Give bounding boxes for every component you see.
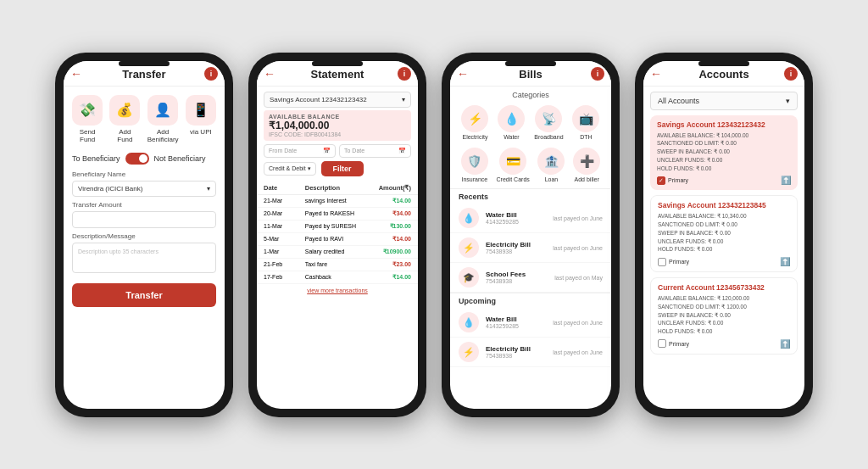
to-date-input[interactable]: To Date 📅 (339, 144, 411, 158)
row-amount: ₹14.00 (370, 198, 411, 204)
transfer-button[interactable]: Transfer (72, 283, 216, 307)
upcoming-bill-item[interactable]: ⚡ Electricity Bill 75438938 last payed o… (450, 338, 611, 367)
account-card[interactable]: Current Account 123456733432 AVAILABLE B… (650, 277, 798, 355)
date-row: From Date 📅 To Date 📅 (264, 144, 411, 158)
category-dth[interactable]: 📺 DTH (572, 105, 599, 141)
info-icon-stmt[interactable]: i (398, 67, 411, 81)
add-fund-item[interactable]: 💰 AddFund (109, 95, 140, 144)
send-fund-icon: 💸 (72, 95, 103, 126)
category-add-biller[interactable]: ➕ Add biller (573, 148, 600, 183)
row-amount: ₹34.00 (370, 210, 411, 217)
bill-num: 75438938 (486, 278, 548, 284)
category-water[interactable]: 💧 Water (498, 105, 525, 141)
beneficiary-select[interactable]: Virendra (ICICI Bank) ▾ (72, 181, 216, 197)
share-icon[interactable]: ⬆️ (780, 339, 790, 349)
account-detail-line: SANCTIONED OD LIMIT: ₹ 0.00 (658, 221, 790, 229)
table-header: Date Description Amount(₹) (257, 181, 418, 195)
share-icon[interactable]: ⬆️ (781, 176, 791, 185)
send-fund-item[interactable]: 💸 SendFund (72, 95, 103, 144)
back-icon[interactable]: ← (70, 67, 82, 81)
share-icon[interactable]: ⬆️ (780, 257, 790, 266)
phone-statement: ← Statement i Savings Account 1234321234… (248, 53, 426, 417)
to-date-placeholder: To Date (344, 148, 364, 154)
col-date: Date (264, 184, 305, 192)
primary-checkbox[interactable]: ✓ (657, 176, 665, 185)
account-detail-line: SANCTIONED OD LIMIT: ₹ 1200.00 (658, 303, 790, 311)
info-icon-bills[interactable]: i (591, 67, 604, 81)
all-accounts-select[interactable]: All Accounts ▾ (650, 92, 798, 110)
add-biller-icon: ➕ (573, 148, 600, 175)
upcoming-bill-icon: 💧 (459, 312, 479, 332)
bill-num: 4143259285 (486, 219, 546, 225)
calendar-icon-to: 📅 (398, 148, 406, 154)
view-more-link[interactable]: view more transactions (257, 284, 418, 297)
table-row: 20-Mar Payed to RAKESH ₹34.00 (257, 208, 418, 221)
table-row: 21-Mar savings Interest ₹14.00 (257, 195, 418, 208)
upcoming-bill-date: last payed on June (553, 349, 603, 355)
description-placeholder: Description upto 35 characters (78, 248, 159, 254)
insurance-icon: 🛡️ (461, 148, 488, 175)
chevron-down-icon-stmt: ▾ (402, 96, 405, 103)
bill-info: School Fees 75438938 (486, 271, 548, 284)
upcoming-title: Upcoming (450, 293, 611, 308)
primary-label: Primary (669, 341, 689, 347)
add-benificiary-item[interactable]: 👤 AddBenificiary (147, 95, 179, 144)
account-card-footer: Primary ⬆️ (658, 257, 790, 266)
row-amount: ₹10900.00 (370, 248, 411, 255)
credit-cards-icon: 💳 (499, 148, 526, 175)
info-icon[interactable]: i (204, 67, 218, 81)
info-icon-accounts[interactable]: i (784, 67, 798, 81)
account-detail-line: AVAILABLE BALANCE: ₹ 104,000.00 (657, 131, 791, 140)
account-card[interactable]: Savings Account 123432123845 AVAILABLE B… (650, 195, 798, 272)
loan-icon: 🏦 (537, 148, 565, 175)
row-amount: ₹14.00 (370, 236, 411, 243)
transfer-amount-input[interactable] (72, 211, 216, 228)
primary-label: Primary (668, 177, 688, 183)
account-card-footer: Primary ⬆️ (658, 339, 790, 349)
col-amt: Amount(₹) (370, 184, 411, 192)
table-row: 21-Feb Taxi fare ₹23.00 (257, 259, 418, 271)
back-icon-bills[interactable]: ← (457, 67, 469, 81)
bill-name: School Fees (486, 271, 548, 278)
row-desc: Payed to RAKESH (305, 210, 370, 216)
account-select[interactable]: Savings Account 123432123432 ▾ (264, 92, 411, 108)
category-electricity[interactable]: ⚡ Electricity (461, 105, 488, 141)
credit-debit-select[interactable]: Credit & Debit ▾ (264, 162, 316, 176)
toggle-row: To Beneficiary Not Beneficiary (64, 149, 225, 168)
category-credit-cards[interactable]: 💳 Credit Cards (497, 148, 530, 183)
description-input[interactable]: Description upto 35 characters (72, 243, 216, 273)
bill-icon: ⚡ (459, 237, 479, 258)
upcoming-bill-item[interactable]: 💧 Water Bill 4143259285 last payed on Ju… (450, 308, 611, 338)
table-row: 11-Mar Payed by SURESH ₹130.00 (257, 221, 418, 233)
filter-button[interactable]: Filter (321, 161, 364, 176)
primary-row: ✓ Primary (657, 176, 688, 185)
recent-bill-item[interactable]: 💧 Water Bill 4143259285 last payed on Ju… (450, 204, 611, 233)
chevron-down-icon-filter: ▾ (308, 165, 311, 172)
phone-accounts: ← Accounts i All Accounts ▾ Savings Acco… (635, 53, 813, 417)
recent-bill-item[interactable]: ⚡ Electricity Bill 75438938 last payed o… (450, 233, 611, 263)
bill-icon: 🎓 (459, 267, 479, 288)
back-icon-stmt[interactable]: ← (264, 67, 275, 81)
upcoming-bill-num: 75438938 (486, 353, 546, 359)
bill-date: last payed on June (553, 215, 603, 221)
toggle-to-label: To Beneficiary (72, 154, 120, 163)
beneficiary-toggle[interactable] (125, 153, 149, 165)
credit-debit-value: Credit & Debit (269, 165, 306, 171)
account-card[interactable]: Savings Account 123432123432 AVAILABLE B… (650, 115, 798, 191)
category-broadband[interactable]: 📡 Broadband (534, 105, 563, 141)
category-insurance[interactable]: 🛡️ Insurance (461, 148, 488, 183)
primary-row: Primary (658, 258, 689, 266)
row-date: 21-Feb (264, 261, 305, 267)
recents-title: Recents (450, 188, 611, 204)
balance-value: ₹1,04,000.00 (269, 120, 406, 131)
recent-bill-item[interactable]: 🎓 School Fees 75438938 last payed on May (450, 263, 611, 293)
account-detail-line: UNCLEAR FUNDS: ₹ 0.00 (657, 156, 791, 165)
from-date-input[interactable]: From Date 📅 (264, 144, 336, 158)
primary-label: Primary (669, 259, 689, 265)
upcoming-list: 💧 Water Bill 4143259285 last payed on Ju… (450, 308, 611, 367)
via-upi-item[interactable]: 📱 via UPI (186, 95, 216, 144)
primary-checkbox[interactable] (658, 258, 666, 266)
category-loan[interactable]: 🏦 Loan (537, 148, 565, 183)
primary-checkbox[interactable] (658, 339, 666, 348)
back-icon-accounts[interactable]: ← (650, 67, 662, 81)
